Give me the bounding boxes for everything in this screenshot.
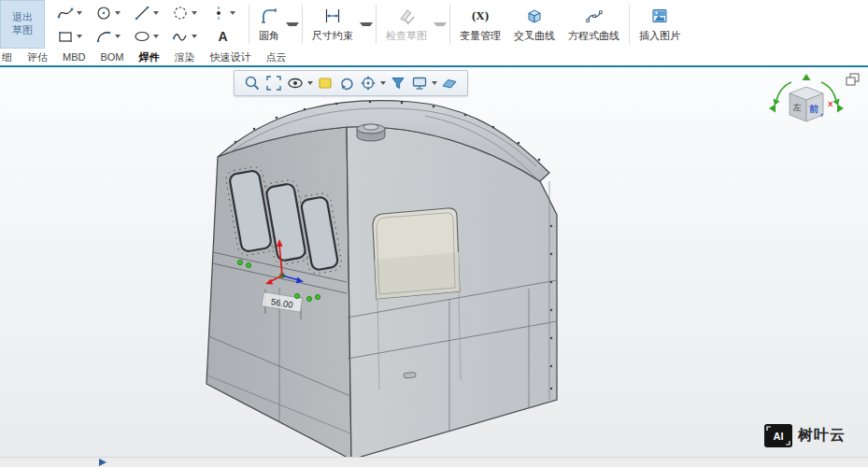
section-plane-icon[interactable]	[316, 74, 334, 92]
equation-curve-button[interactable]: 方程式曲线	[562, 0, 626, 49]
tab-bom[interactable]: BOM	[100, 51, 123, 63]
cube-arrow-left[interactable]	[769, 105, 776, 113]
cab-left-face[interactable]	[206, 127, 351, 457]
cube-arrow-up[interactable]	[803, 74, 811, 80]
chevron-down-icon[interactable]	[230, 11, 235, 15]
viewport[interactable]: 56.00	[0, 67, 868, 457]
intersection-curve-label: 交叉曲线	[514, 29, 555, 43]
dimension-icon	[323, 7, 342, 25]
chevron-down-icon[interactable]	[115, 11, 121, 15]
variable-icon: (X)	[472, 7, 489, 25]
point-icon	[210, 5, 227, 21]
chevron-down-icon[interactable]	[360, 22, 373, 26]
bottom-status-strip	[0, 457, 868, 467]
equation-curve-icon	[585, 7, 604, 25]
toolbar-separator	[249, 5, 249, 44]
spline-icon	[57, 5, 74, 21]
variable-manager-label: 变量管理	[460, 29, 501, 43]
insert-picture-button[interactable]: 插入图片	[633, 0, 687, 49]
ai-badge-text: AI	[774, 431, 784, 442]
ribbon-tabs: 细 评估 MBD BOM 焊件 渲染 快速设计 点云	[0, 49, 868, 65]
ellipse-icon	[134, 28, 150, 45]
chevron-down-icon	[434, 22, 447, 26]
ellipse-tool[interactable]	[127, 25, 165, 48]
center-circle-icon	[95, 5, 112, 21]
tab-point-cloud[interactable]: 点云	[266, 50, 287, 64]
chevron-down-icon[interactable]	[77, 35, 82, 38]
rectangle-icon	[57, 28, 74, 45]
toolbar-separator	[376, 5, 377, 44]
toolbar-separator	[449, 5, 450, 44]
fillet-button[interactable]: 圆角	[252, 0, 299, 49]
watermark: AI 树叶云	[764, 424, 846, 447]
sketch-tool-grid: A	[45, 0, 246, 49]
tab-evaluate[interactable]: 评估	[27, 50, 48, 64]
chevron-down-icon[interactable]	[77, 11, 82, 15]
check-sketch-label: 检查草图	[386, 29, 427, 43]
chevron-down-icon[interactable]	[115, 35, 121, 38]
arc-tool[interactable]	[89, 25, 127, 48]
intersection-curve-button[interactable]: 交叉曲线	[507, 0, 562, 49]
intersection-curve-icon	[525, 7, 544, 25]
tab-weldment[interactable]: 焊件	[139, 50, 160, 64]
chevron-down-icon[interactable]	[307, 81, 313, 85]
scroll-handle-icon[interactable]	[99, 459, 107, 466]
dimension-constraint-button[interactable]: 尺寸约束	[306, 0, 373, 49]
fit-view-icon[interactable]	[264, 74, 283, 92]
check-sketch-button[interactable]: 检查草图	[379, 0, 447, 49]
tab-mbd[interactable]: MBD	[63, 51, 85, 63]
datum-plane-icon[interactable]	[440, 74, 459, 92]
arc-icon	[95, 28, 112, 45]
ribbon-toolbar: 退出草图	[0, 0, 868, 49]
exit-sketch-button[interactable]: 退出草图	[0, 0, 45, 49]
zoom-icon[interactable]	[243, 74, 262, 92]
center-circle-tool[interactable]	[89, 2, 127, 24]
restore-window-button[interactable]	[846, 73, 861, 86]
chevron-down-icon[interactable]	[192, 35, 197, 38]
freehand-curve-tool[interactable]	[165, 25, 204, 48]
view-toolbar	[234, 70, 468, 96]
tab-render[interactable]: 渲染	[175, 50, 195, 64]
cube-left-label[interactable]: 左	[793, 103, 802, 112]
toolbar-separator	[302, 5, 303, 44]
variable-manager-button[interactable]: (X) 变量管理	[453, 0, 507, 49]
cube-front-label[interactable]: 前	[808, 104, 819, 114]
construction-circle-tool[interactable]	[165, 2, 204, 24]
display-mode-icon[interactable]	[410, 74, 429, 92]
view-orientation-icon[interactable]	[359, 74, 377, 92]
cube-arrow-right[interactable]	[837, 105, 844, 113]
filter-icon[interactable]	[389, 74, 407, 92]
rotate-view-icon[interactable]	[337, 74, 356, 92]
toolbar-separator	[629, 5, 630, 44]
dimension-constraint-label: 尺寸约束	[312, 29, 353, 43]
chevron-down-icon[interactable]	[380, 81, 386, 85]
view-cube[interactable]: 左 前 z X	[767, 73, 846, 140]
chevron-down-icon[interactable]	[286, 22, 299, 26]
watermark-brand: 树叶云	[798, 426, 846, 446]
chevron-down-icon[interactable]	[153, 11, 159, 15]
chevron-down-icon[interactable]	[153, 35, 159, 38]
construction-circle-icon	[172, 5, 189, 21]
roof-vent[interactable]	[357, 124, 385, 141]
chevron-down-icon[interactable]	[432, 81, 437, 85]
spline-tool[interactable]	[50, 2, 89, 24]
chevron-down-icon[interactable]	[192, 11, 197, 15]
tab-quick-design[interactable]: 快速设计	[210, 50, 251, 64]
freehand-curve-icon	[172, 28, 189, 45]
cube-axis-z: z	[820, 112, 823, 118]
model-3d-view[interactable]: 56.00	[0, 67, 868, 457]
hatch-line-icon	[134, 5, 150, 21]
hatch-line-tool[interactable]	[127, 2, 165, 24]
rectangle-tool[interactable]	[50, 25, 89, 48]
text-tool-icon: A	[218, 29, 227, 44]
point-tool[interactable]	[204, 2, 242, 24]
visibility-eye-icon[interactable]	[286, 74, 305, 92]
cube-axis-x: X	[828, 100, 833, 108]
fillet-label: 圆角	[259, 29, 279, 43]
check-sketch-icon	[397, 7, 416, 25]
fillet-icon	[260, 7, 278, 25]
ai-badge-icon: AI	[764, 424, 792, 447]
door-handle-slot	[404, 373, 416, 378]
sketch-text-tool[interactable]: A	[204, 25, 242, 48]
tab-0[interactable]: 细	[2, 50, 12, 64]
